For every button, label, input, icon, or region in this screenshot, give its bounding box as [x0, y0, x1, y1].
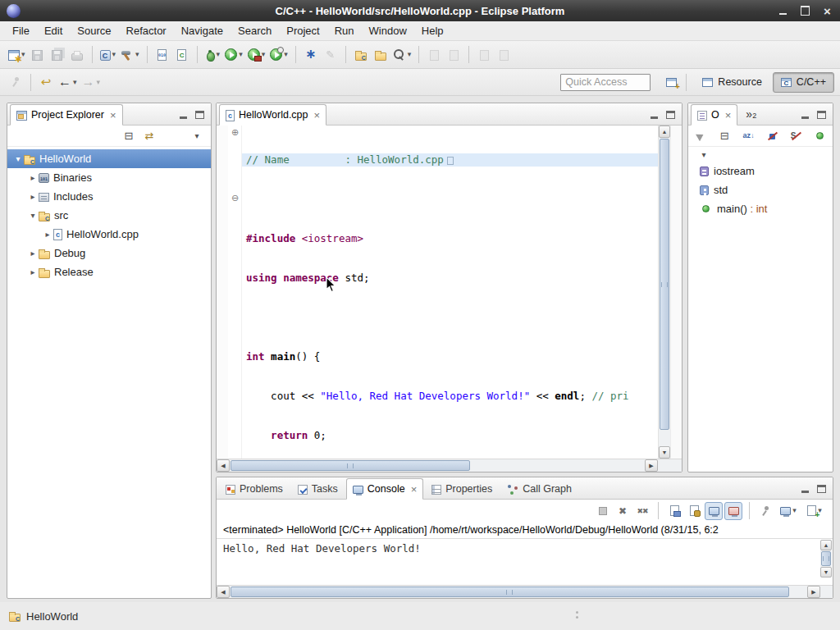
scrollbar-thumb[interactable]	[231, 460, 470, 471]
open-console-button[interactable]: ▾	[802, 502, 827, 520]
scrollbar-thumb[interactable]	[660, 139, 669, 430]
tab-project-explorer[interactable]: Project Explorer ×	[10, 104, 123, 126]
print-button[interactable]	[68, 45, 86, 65]
external-tools-button[interactable]: ▾	[246, 45, 267, 65]
remove-launch-button[interactable]: ✖	[614, 502, 632, 520]
dropdown-arrow-icon[interactable]: ▾	[112, 51, 116, 58]
maximize-view-button[interactable]	[195, 111, 204, 119]
sort-button[interactable]: az	[741, 129, 756, 144]
dropdown-arrow-icon[interactable]: ▾	[284, 51, 288, 58]
dropdown-arrow-icon[interactable]: ▾	[97, 79, 101, 86]
new-source-file-button[interactable]	[153, 45, 171, 65]
dropdown-arrow-icon[interactable]: ▾	[408, 51, 412, 58]
scrollbar-thumb[interactable]	[821, 551, 831, 566]
menu-search[interactable]: Search	[231, 22, 279, 39]
open-resource-button[interactable]	[352, 45, 370, 65]
fold-expanded-icon[interactable]: ⊖	[230, 193, 240, 203]
tree-item-src[interactable]: ▾ src	[7, 206, 211, 225]
scroll-down-button[interactable]: ▼	[820, 567, 832, 578]
maximize-view-button[interactable]	[817, 111, 826, 119]
save-all-button[interactable]	[48, 45, 66, 65]
previous-annotation-button[interactable]	[475, 45, 493, 65]
collapse-arrow-icon[interactable]: ▸	[42, 230, 53, 239]
collapse-arrow-icon[interactable]: ▸	[27, 249, 39, 258]
open-type-button[interactable]	[425, 45, 443, 65]
maximize-view-button[interactable]	[817, 485, 826, 493]
collapse-arrow-icon[interactable]: ▸	[27, 267, 39, 276]
menu-help[interactable]: Help	[414, 22, 451, 39]
tree-item-helloworld[interactable]: ▾ HelloWorld	[7, 149, 211, 168]
outline-item-main[interactable]: main() : int	[688, 199, 833, 218]
new-class-button[interactable]	[173, 45, 191, 65]
next-annotation-button[interactable]	[495, 45, 513, 65]
hide-static-members-button[interactable]: S	[789, 129, 804, 144]
debug-button[interactable]: ▾	[203, 45, 222, 65]
menu-navigate[interactable]: Navigate	[174, 22, 231, 39]
close-icon[interactable]: ×	[411, 484, 418, 495]
skip-all-breakpoints-button[interactable]: ∗	[302, 45, 320, 65]
tab-properties[interactable]: Properties	[425, 479, 499, 499]
editor-vertical-scrollbar[interactable]: ▲ ▼	[658, 126, 670, 459]
dropdown-arrow-icon[interactable]: ▾	[73, 79, 77, 86]
console-horizontal-scrollbar[interactable]: ◀ ▶	[217, 585, 833, 598]
build-all-button[interactable]: ▾	[119, 45, 141, 65]
view-stack-overflow[interactable]: » 2	[739, 107, 758, 125]
pin-editor-button[interactable]	[7, 72, 25, 92]
menu-project[interactable]: Project	[279, 22, 326, 39]
hide-fields-button[interactable]	[765, 129, 780, 144]
editor-horizontal-scrollbar[interactable]: ◀ ▶	[217, 459, 682, 472]
menu-run[interactable]: Run	[327, 22, 362, 39]
collapse-arrow-icon[interactable]: ▸	[27, 192, 39, 201]
terminate-button[interactable]	[594, 502, 612, 520]
tab-outline[interactable]: O ×	[691, 104, 737, 126]
dropdown-arrow-icon[interactable]: ▾	[135, 51, 139, 58]
scrollbar-thumb[interactable]	[231, 587, 789, 597]
tab-call-graph[interactable]: Call Graph	[500, 479, 578, 499]
scroll-right-button[interactable]: ▶	[645, 459, 658, 472]
show-stderr-button[interactable]	[724, 502, 742, 520]
tree-item-includes[interactable]: ▸ Includes	[7, 187, 211, 206]
collapse-arrow-icon[interactable]: ▸	[27, 173, 39, 182]
tab-helloworld-cpp[interactable]: HelloWorld.cpp ×	[219, 104, 326, 126]
mark-occurrences-button[interactable]: ✎	[322, 45, 340, 65]
close-icon[interactable]: ×	[314, 110, 321, 121]
collapse-all-button[interactable]: ⊟	[121, 129, 136, 144]
dropdown-arrow-icon[interactable]: ▾	[262, 51, 266, 58]
close-icon[interactable]: ×	[110, 110, 116, 121]
scrollbar-track[interactable]	[821, 551, 831, 566]
tab-problems[interactable]: Problems	[219, 479, 290, 499]
sash-handle[interactable]	[576, 611, 579, 621]
tree-item-binaries[interactable]: ▸ Binaries	[7, 168, 211, 187]
tree-item-release[interactable]: ▸ Release	[7, 262, 211, 281]
remove-all-launches-button[interactable]: ✖✖	[633, 502, 651, 520]
dropdown-arrow-icon[interactable]: ▾	[217, 51, 221, 58]
outline-item-std[interactable]: std	[688, 180, 833, 199]
scroll-left-button[interactable]: ◀	[217, 459, 230, 472]
scroll-down-button[interactable]: ▼	[659, 446, 670, 459]
minimize-view-button[interactable]	[650, 111, 659, 119]
console-output-area[interactable]: Hello, Red Hat Developers World! ▲ ▼	[217, 539, 833, 585]
last-edit-location-button[interactable]: ↩	[37, 72, 55, 92]
search-button[interactable]: ▾	[391, 45, 413, 65]
tab-tasks[interactable]: Tasks	[291, 479, 345, 499]
window-minimize-button[interactable]	[777, 5, 789, 17]
back-button[interactable]: ←▾	[57, 72, 79, 92]
hide-non-public-button[interactable]	[813, 129, 828, 144]
perspective-cpp-button[interactable]: C/C++	[773, 72, 834, 93]
quick-access-input[interactable]	[560, 74, 651, 91]
profile-button[interactable]: ▾	[268, 45, 290, 65]
forward-button[interactable]: →▾	[80, 72, 103, 92]
scroll-right-button[interactable]: ▶	[807, 586, 820, 598]
scroll-up-button[interactable]: ▲	[659, 126, 670, 138]
open-project-button[interactable]	[372, 45, 390, 65]
show-stdout-button[interactable]	[705, 502, 723, 520]
fold-collapsed-icon[interactable]: ⊕	[230, 127, 240, 138]
display-console-button[interactable]: ▾	[776, 502, 801, 520]
expand-arrow-icon[interactable]: ▾	[27, 211, 39, 220]
link-with-editor-button[interactable]	[693, 129, 708, 144]
window-close-button[interactable]: ×	[821, 5, 833, 17]
view-menu-button[interactable]: ▾	[696, 147, 711, 162]
scrollbar-track[interactable]	[231, 460, 644, 471]
clear-console-button[interactable]	[665, 502, 683, 520]
scroll-lock-button[interactable]	[685, 502, 703, 520]
